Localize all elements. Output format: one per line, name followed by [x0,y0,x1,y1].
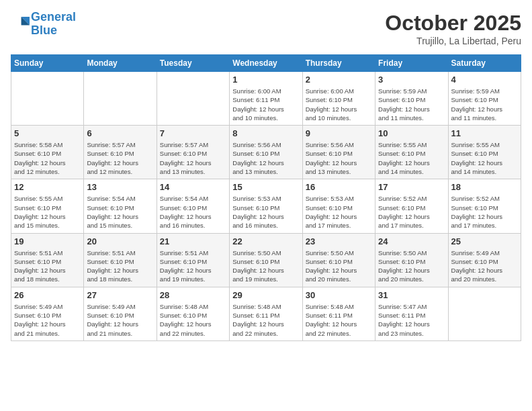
weekday-header-thursday: Thursday [302,55,375,72]
day-info: Sunrise: 5:52 AM Sunset: 6:10 PM Dayligh… [451,194,518,230]
day-info: Sunrise: 5:57 AM Sunset: 6:10 PM Dayligh… [160,140,226,176]
calendar-cell: 28Sunrise: 5:48 AM Sunset: 6:10 PM Dayli… [157,287,229,340]
day-number: 16 [306,182,372,192]
calendar-cell: 8Sunrise: 5:56 AM Sunset: 6:10 PM Daylig… [230,126,302,179]
day-number: 17 [378,182,445,192]
day-info: Sunrise: 5:51 AM Sunset: 6:10 PM Dayligh… [160,248,226,284]
day-number: 8 [232,128,299,138]
calendar-cell: 11Sunrise: 5:55 AM Sunset: 6:10 PM Dayli… [448,126,521,179]
day-number: 19 [14,236,81,246]
month-title: October 2025 [385,11,521,36]
day-number: 21 [160,236,226,246]
day-info: Sunrise: 5:56 AM Sunset: 6:10 PM Dayligh… [232,140,299,176]
day-number: 13 [87,182,153,192]
day-info: Sunrise: 5:54 AM Sunset: 6:10 PM Dayligh… [160,194,226,230]
day-info: Sunrise: 5:48 AM Sunset: 6:11 PM Dayligh… [232,302,299,338]
day-number: 15 [232,182,299,192]
day-info: Sunrise: 5:56 AM Sunset: 6:10 PM Dayligh… [306,140,372,176]
day-info: Sunrise: 5:50 AM Sunset: 6:10 PM Dayligh… [306,248,372,284]
calendar-cell: 5Sunrise: 5:58 AM Sunset: 6:10 PM Daylig… [11,126,84,179]
logo-icon [11,15,30,34]
day-info: Sunrise: 5:47 AM Sunset: 6:11 PM Dayligh… [378,302,445,338]
day-number: 14 [160,182,226,192]
calendar-cell [84,72,157,126]
day-info: Sunrise: 5:55 AM Sunset: 6:10 PM Dayligh… [378,140,445,176]
week-row-4: 19Sunrise: 5:51 AM Sunset: 6:10 PM Dayli… [11,233,521,287]
calendar-cell: 30Sunrise: 5:48 AM Sunset: 6:11 PM Dayli… [302,287,375,340]
day-info: Sunrise: 5:50 AM Sunset: 6:10 PM Dayligh… [232,248,299,284]
calendar-cell [157,72,229,126]
day-number: 12 [14,182,81,192]
calendar-cell: 31Sunrise: 5:47 AM Sunset: 6:11 PM Dayli… [375,287,448,340]
calendar-cell: 14Sunrise: 5:54 AM Sunset: 6:10 PM Dayli… [157,179,229,233]
week-row-1: 1Sunrise: 6:00 AM Sunset: 6:11 PM Daylig… [11,72,521,126]
day-number: 4 [451,75,518,85]
calendar-cell: 25Sunrise: 5:49 AM Sunset: 6:10 PM Dayli… [448,233,521,287]
calendar-cell: 1Sunrise: 6:00 AM Sunset: 6:11 PM Daylig… [230,72,302,126]
day-info: Sunrise: 5:55 AM Sunset: 6:10 PM Dayligh… [14,194,81,230]
day-info: Sunrise: 5:49 AM Sunset: 6:10 PM Dayligh… [451,248,518,284]
page-header: General Blue October 2025 Trujillo, La L… [11,11,521,46]
calendar-cell [11,72,84,126]
calendar-cell: 24Sunrise: 5:50 AM Sunset: 6:10 PM Dayli… [375,233,448,287]
weekday-header-wednesday: Wednesday [230,55,302,72]
calendar-cell: 15Sunrise: 5:53 AM Sunset: 6:10 PM Dayli… [230,179,302,233]
calendar-cell: 7Sunrise: 5:57 AM Sunset: 6:10 PM Daylig… [157,126,229,179]
day-number: 31 [378,290,445,300]
calendar-cell: 19Sunrise: 5:51 AM Sunset: 6:10 PM Dayli… [11,233,84,287]
weekday-header-tuesday: Tuesday [157,55,229,72]
day-info: Sunrise: 5:58 AM Sunset: 6:10 PM Dayligh… [14,140,81,176]
calendar-cell: 20Sunrise: 5:51 AM Sunset: 6:10 PM Dayli… [84,233,157,287]
calendar-cell: 13Sunrise: 5:54 AM Sunset: 6:10 PM Dayli… [84,179,157,233]
day-number: 28 [160,290,226,300]
weekday-header-sunday: Sunday [11,55,84,72]
day-info: Sunrise: 5:50 AM Sunset: 6:10 PM Dayligh… [378,248,445,284]
weekday-header-row: SundayMondayTuesdayWednesdayThursdayFrid… [11,55,521,72]
calendar-cell: 18Sunrise: 5:52 AM Sunset: 6:10 PM Dayli… [448,179,521,233]
calendar-cell: 22Sunrise: 5:50 AM Sunset: 6:10 PM Dayli… [230,233,302,287]
day-info: Sunrise: 5:53 AM Sunset: 6:10 PM Dayligh… [306,194,372,230]
day-number: 27 [87,290,153,300]
day-info: Sunrise: 5:57 AM Sunset: 6:10 PM Dayligh… [87,140,153,176]
day-info: Sunrise: 5:48 AM Sunset: 6:10 PM Dayligh… [160,302,226,338]
day-number: 24 [378,236,445,246]
day-number: 23 [306,236,372,246]
day-info: Sunrise: 6:00 AM Sunset: 6:11 PM Dayligh… [232,87,299,122]
calendar-cell: 27Sunrise: 5:49 AM Sunset: 6:10 PM Dayli… [84,287,157,340]
day-number: 22 [232,236,299,246]
day-info: Sunrise: 6:00 AM Sunset: 6:10 PM Dayligh… [306,87,372,122]
calendar-cell: 21Sunrise: 5:51 AM Sunset: 6:10 PM Dayli… [157,233,229,287]
location: Trujillo, La Libertad, Peru [385,36,521,46]
logo-blue: Blue [31,24,76,38]
weekday-header-monday: Monday [84,55,157,72]
weekday-header-friday: Friday [375,55,448,72]
day-info: Sunrise: 5:52 AM Sunset: 6:10 PM Dayligh… [378,194,445,230]
day-number: 11 [451,128,518,138]
day-number: 26 [14,290,81,300]
day-number: 7 [160,128,226,138]
calendar-cell: 9Sunrise: 5:56 AM Sunset: 6:10 PM Daylig… [302,126,375,179]
day-number: 1 [232,75,299,85]
day-info: Sunrise: 5:49 AM Sunset: 6:10 PM Dayligh… [14,302,81,338]
week-row-5: 26Sunrise: 5:49 AM Sunset: 6:10 PM Dayli… [11,287,521,340]
calendar-cell: 4Sunrise: 5:59 AM Sunset: 6:10 PM Daylig… [448,72,521,126]
logo-general: General [31,10,76,24]
day-info: Sunrise: 5:59 AM Sunset: 6:10 PM Dayligh… [378,87,445,122]
day-info: Sunrise: 5:59 AM Sunset: 6:10 PM Dayligh… [451,87,518,122]
calendar-table: SundayMondayTuesdayWednesdayThursdayFrid… [11,54,521,341]
calendar-cell [448,287,521,340]
title-block: October 2025 Trujillo, La Libertad, Peru [385,11,521,46]
logo: General Blue [11,11,76,38]
calendar-cell: 6Sunrise: 5:57 AM Sunset: 6:10 PM Daylig… [84,126,157,179]
day-number: 10 [378,128,445,138]
day-number: 6 [87,128,153,138]
calendar-cell: 10Sunrise: 5:55 AM Sunset: 6:10 PM Dayli… [375,126,448,179]
calendar-cell: 17Sunrise: 5:52 AM Sunset: 6:10 PM Dayli… [375,179,448,233]
day-number: 5 [14,128,81,138]
day-info: Sunrise: 5:53 AM Sunset: 6:10 PM Dayligh… [232,194,299,230]
day-number: 18 [451,182,518,192]
calendar-cell: 29Sunrise: 5:48 AM Sunset: 6:11 PM Dayli… [230,287,302,340]
day-number: 20 [87,236,153,246]
logo-text: General Blue [31,11,76,38]
calendar-cell: 16Sunrise: 5:53 AM Sunset: 6:10 PM Dayli… [302,179,375,233]
